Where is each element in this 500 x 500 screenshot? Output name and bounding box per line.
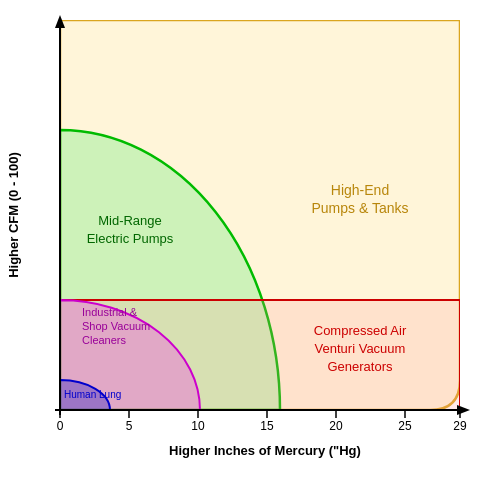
svg-text:15: 15 [260, 419, 274, 433]
human-lung-label: Human Lung [64, 389, 121, 400]
industrial-label2: Shop Vacuum [82, 320, 150, 332]
svg-text:29: 29 [453, 419, 467, 433]
industrial-label: Industrial & [82, 306, 138, 318]
compressed-air-label2: Venturi Vacuum [315, 341, 406, 356]
chart-container: 0 5 10 15 20 25 29 Higher Inches of Merc… [0, 0, 500, 500]
industrial-label3: Cleaners [82, 334, 127, 346]
high-end-label2: Pumps & Tanks [311, 200, 408, 216]
chart-svg: 0 5 10 15 20 25 29 Higher Inches of Merc… [0, 0, 500, 500]
compressed-air-label3: Generators [327, 359, 393, 374]
svg-text:20: 20 [329, 419, 343, 433]
y-axis-label: Higher CFM (0 - 100) [6, 152, 21, 278]
high-end-label: High-End [331, 182, 389, 198]
compressed-air-label: Compressed Air [314, 323, 407, 338]
x-axis-label: Higher Inches of Mercury ("Hg) [169, 443, 361, 458]
svg-text:0: 0 [57, 419, 64, 433]
mid-range-label2: Electric Pumps [87, 231, 174, 246]
svg-text:25: 25 [398, 419, 412, 433]
svg-text:10: 10 [191, 419, 205, 433]
svg-text:5: 5 [126, 419, 133, 433]
mid-range-label: Mid-Range [98, 213, 162, 228]
